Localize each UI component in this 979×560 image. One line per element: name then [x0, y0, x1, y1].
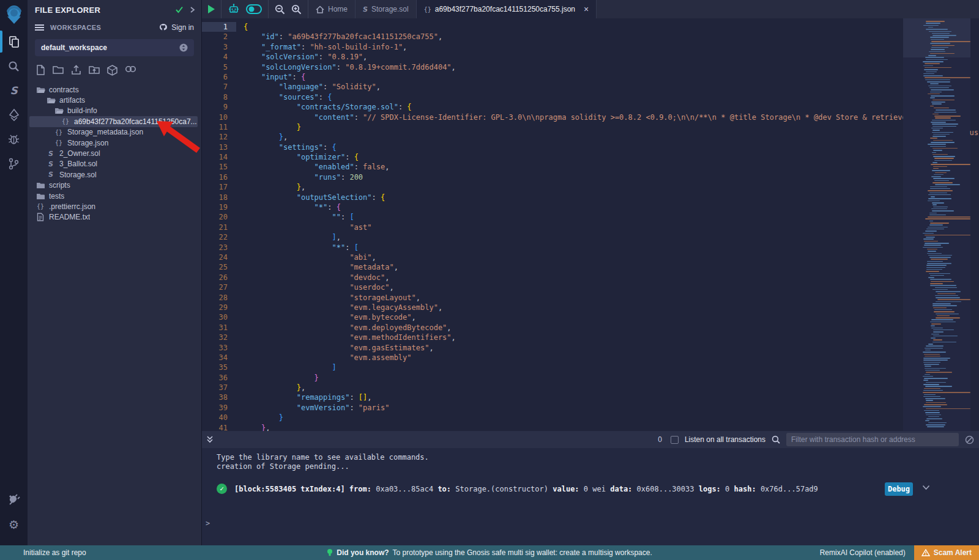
sign-in-button[interactable]: Sign in [158, 23, 194, 32]
collapse-panel-chevron-icon[interactable] [190, 6, 195, 13]
code-line-18[interactable]: 18 "outputSelection": { [202, 193, 979, 202]
code-line-4[interactable]: 4 "solcVersion": "0.8.19", [202, 52, 979, 62]
terminal-search-icon[interactable] [772, 435, 780, 444]
tree-item-3-ballot-sol[interactable]: S3_Ballot.sol [28, 159, 201, 169]
activity-item-deploy-run-icon[interactable] [0, 103, 28, 127]
code-line-1[interactable]: 1{ [202, 22, 979, 32]
tree-item-a69b43f277ba20fcac141151250ca7-[interactable]: {}a69b43f277ba20fcac141151250ca7... [29, 116, 198, 127]
zoom-in-icon[interactable] [291, 4, 302, 15]
terminal[interactable]: Type the library name to see available c… [202, 448, 979, 545]
workspace-select[interactable]: default_workspace [35, 39, 194, 56]
tree-item-storage-json[interactable]: {}Storage.json [28, 138, 201, 148]
close-tab-icon[interactable]: × [584, 5, 589, 13]
code-line-12[interactable]: 12 }, [202, 132, 979, 142]
code-editor[interactable]: 1{2 "id": "a69b43f277ba20fcac141151250ca… [202, 18, 979, 431]
debug-button[interactable]: Debug [885, 482, 913, 496]
code-line-31[interactable]: 31 "evm.deployedBytecode", [202, 323, 979, 333]
code-line-15[interactable]: 15 "enabled": false, [202, 162, 979, 172]
code-line-36[interactable]: 36 } [202, 373, 979, 383]
terminal-collapse-icon[interactable] [206, 435, 214, 444]
activity-item-settings-icon[interactable]: ⚙ [0, 512, 28, 537]
code-line-39[interactable]: 39 "evmVersion": "paris" [202, 403, 979, 413]
copilot-status[interactable]: RemixAI Copilot (enabled) [820, 548, 914, 557]
code-line-22[interactable]: 22 ], [202, 232, 979, 242]
link-icon[interactable] [125, 65, 136, 76]
code-line-21[interactable]: 21 "ast" [202, 223, 979, 232]
activity-item-file-explorer-icon[interactable] [0, 29, 28, 54]
code-line-5[interactable]: 5 "solcLongVersion": "0.8.19+commit.7dd6… [202, 62, 979, 72]
tree-item--prettierrc-json[interactable]: {}.prettierrc.json [28, 201, 201, 212]
scam-alert-button[interactable]: Scam Alert [914, 545, 979, 560]
tree-item-2-owner-sol[interactable]: S2_Owner.sol [28, 148, 201, 158]
upload-folder-icon[interactable] [89, 65, 100, 76]
activity-item-search-icon[interactable] [0, 54, 28, 78]
new-folder-icon[interactable] [53, 65, 64, 76]
tree-item-storage-sol[interactable]: SStorage.sol [28, 169, 201, 180]
code-line-9[interactable]: 9 "contracts/Storage.sol": { [202, 102, 979, 112]
code-line-33[interactable]: 33 "evm.gasEstimates", [202, 343, 979, 353]
clear-filter-ban-icon[interactable] [965, 435, 974, 444]
activity-item-debugger-icon[interactable] [0, 127, 28, 152]
code-line-37[interactable]: 37 }, [202, 383, 979, 392]
code-line-38[interactable]: 38 "remappings": [], [202, 392, 979, 402]
code-line-35[interactable]: 35 ] [202, 363, 979, 372]
code-line-25[interactable]: 25 "metadata", [202, 262, 979, 272]
activity-item-remix-logo[interactable] [0, 0, 28, 29]
tab-home[interactable]: Home [308, 0, 355, 18]
code-line-7[interactable]: 7 "language": "Solidity", [202, 82, 979, 92]
terminal-prompt[interactable]: > [206, 519, 210, 528]
tree-item-build-info[interactable]: build-info [28, 106, 201, 116]
code-line-41[interactable]: 41 }, [202, 423, 979, 431]
tab-storage-sol[interactable]: SStorage.sol [355, 0, 417, 18]
listen-all-transactions-checkbox[interactable] [671, 436, 679, 444]
minimap[interactable] [903, 18, 970, 431]
code-line-2[interactable]: 2 "id": "a69b43f277ba20fcac141151250ca75… [202, 32, 979, 42]
code-line-6[interactable]: 6 "input": { [202, 72, 979, 82]
activity-item-git-icon[interactable] [0, 152, 28, 176]
tab-a69b43f277ba20fcac141151250ca755-json[interactable]: {}a69b43f277ba20fcac141151250ca755.json× [417, 0, 597, 18]
code-line-16[interactable]: 16 "runs": 200 [202, 172, 979, 182]
check-icon[interactable] [175, 6, 184, 13]
code-line-13[interactable]: 13 "settings": { [202, 142, 979, 152]
tree-item-storage-metadata-json[interactable]: {}Storage_metadata.json [28, 127, 201, 138]
tree-item-tests[interactable]: tests [28, 191, 201, 201]
transaction-filter-input[interactable] [786, 433, 959, 446]
ai-robot-icon[interactable] [228, 3, 240, 15]
git-init-status[interactable]: Initialize as git repo [0, 548, 86, 557]
editor-toggle[interactable] [246, 4, 262, 14]
code-line-23[interactable]: 23 "*": [ [202, 243, 979, 252]
code-line-14[interactable]: 14 "optimizer": { [202, 152, 979, 162]
code-line-27[interactable]: 27 "userdoc", [202, 282, 979, 292]
activity-item-plugin-manager-icon[interactable] [0, 488, 28, 512]
ipfs-cube-icon[interactable] [107, 65, 117, 76]
code-line-24[interactable]: 24 "abi", [202, 252, 979, 262]
tree-item-scripts[interactable]: scripts [28, 180, 201, 191]
code-line-40[interactable]: 40 } [202, 413, 979, 422]
run-icon[interactable] [208, 5, 215, 13]
upload-file-icon[interactable] [71, 65, 81, 76]
tree-item-artifacts[interactable]: artifacts [28, 95, 201, 105]
new-file-icon[interactable] [36, 65, 45, 76]
tree-item-contracts[interactable]: contracts [28, 84, 201, 95]
code-line-30[interactable]: 30 "evm.bytecode", [202, 312, 979, 322]
code-line-34[interactable]: 34 "evm.assembly" [202, 353, 979, 363]
minimap-line [923, 362, 940, 363]
code-line-32[interactable]: 32 "evm.methodIdentifiers", [202, 333, 979, 342]
transaction-log-row[interactable]: ✓ [block:5583405 txIndex:4] from: 0xa03.… [217, 484, 881, 494]
minimap-line [932, 126, 956, 127]
code-line-3[interactable]: 3 "_format": "hh-sol-build-info-1", [202, 42, 979, 52]
code-line-28[interactable]: 28 "storageLayout", [202, 293, 979, 303]
code-line-11[interactable]: 11 } [202, 122, 979, 132]
tree-item-readme-txt[interactable]: README.txt [28, 212, 201, 223]
code-line-19[interactable]: 19 "*": { [202, 202, 979, 212]
code-line-17[interactable]: 17 }, [202, 182, 979, 192]
code-line-26[interactable]: 26 "devdoc", [202, 273, 979, 282]
activity-item-solidity-compiler-icon[interactable]: S [0, 78, 28, 103]
hamburger-menu-icon[interactable] [35, 24, 44, 31]
code-line-8[interactable]: 8 "sources": { [202, 92, 979, 102]
code-line-29[interactable]: 29 "evm.legacyAssembly", [202, 303, 979, 312]
code-line-20[interactable]: 20 "": [ [202, 212, 979, 222]
zoom-out-icon[interactable] [275, 4, 285, 15]
transaction-expand-chevron-icon[interactable] [922, 485, 930, 490]
code-line-10[interactable]: 10 "content": "// SPDX-License-Identifie… [202, 112, 979, 122]
